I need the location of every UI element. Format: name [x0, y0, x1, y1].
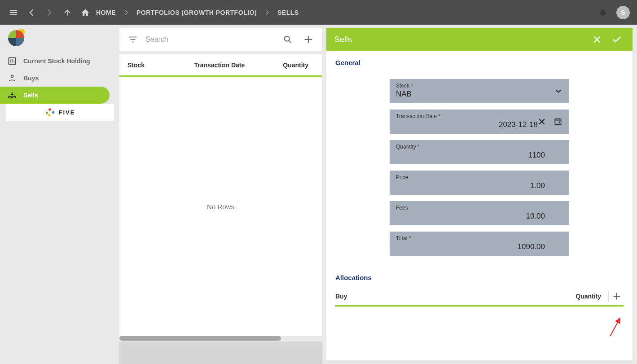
confirm-detail-button[interactable] [609, 32, 624, 47]
sidebar-item-label: Sells [23, 92, 38, 99]
column-header-stock[interactable]: Stock [119, 61, 186, 69]
add-allocation-button[interactable] [606, 291, 624, 302]
sidebar: Current Stock Holding Buys Sells [0, 25, 118, 364]
breadcrumb-home[interactable]: HOME [92, 9, 120, 16]
home-icon [81, 8, 90, 17]
table-footer-area [119, 342, 322, 364]
calendar-icon [554, 117, 562, 126]
fees-field[interactable]: Fees 10.00 [390, 201, 569, 225]
filter-icon[interactable] [125, 31, 141, 48]
table-empty-message: No Rows [119, 77, 322, 336]
check-icon [611, 34, 622, 45]
svg-point-5 [285, 36, 290, 41]
field-label: Quantity * [396, 144, 563, 150]
detail-panel-body: General Stock * NAB Transaction Date * 2… [326, 51, 633, 360]
close-icon [537, 117, 546, 126]
chevron-right-icon [122, 9, 130, 17]
hamburger-icon [9, 8, 18, 18]
transaction-date-field[interactable]: Transaction Date * 2023-12-18 [390, 110, 569, 134]
search-input[interactable] [145, 35, 275, 44]
svg-point-3 [9, 96, 12, 98]
alloc-column-quantity[interactable]: Quantity [543, 293, 606, 300]
close-icon [592, 35, 602, 44]
plus-icon [612, 292, 621, 301]
svg-rect-6 [559, 122, 560, 123]
user-avatar[interactable]: S [616, 6, 630, 19]
open-calendar-button[interactable] [552, 116, 564, 127]
field-label: Price [396, 174, 563, 180]
price-field[interactable]: Price 1.00 [390, 171, 569, 195]
nav-back-button[interactable] [22, 4, 40, 22]
hamburger-menu-button[interactable] [4, 4, 22, 22]
column-header-transaction-date[interactable]: Transaction Date [186, 61, 275, 69]
detail-panel-title: Sells [334, 35, 585, 44]
field-label: Fees [396, 205, 563, 211]
quantity-field[interactable]: Quantity * 1100 [390, 140, 569, 164]
section-title-general: General [335, 59, 624, 66]
field-value: 10.00 [396, 212, 563, 221]
plus-icon [303, 35, 313, 44]
nav-up-button[interactable] [58, 4, 76, 22]
close-detail-button[interactable] [589, 32, 605, 47]
nav-forward-button [40, 4, 58, 22]
hand-icon [7, 73, 17, 83]
allocations-header-row: Buy Quantity [335, 287, 624, 307]
total-field[interactable]: Total * 1090.00 [390, 232, 569, 256]
notifications-button[interactable] [594, 4, 612, 22]
sidebar-item-current-stock-holding[interactable]: Current Stock Holding [0, 53, 110, 70]
sidebar-item-sells[interactable]: Sells [0, 87, 110, 104]
stock-select-field[interactable]: Stock * NAB [390, 79, 569, 103]
field-value: 1090.00 [396, 242, 563, 251]
add-record-button[interactable] [300, 31, 316, 48]
horizontal-scrollbar[interactable] [119, 336, 322, 342]
clear-date-button[interactable] [536, 116, 548, 127]
arrow-left-icon [26, 8, 36, 18]
sidebar-item-buys[interactable]: Buys [0, 70, 110, 87]
scrollbar-thumb[interactable] [119, 336, 281, 341]
brand-logo-area [0, 25, 118, 52]
field-label: Stock * [396, 83, 563, 89]
chevron-down-icon[interactable] [554, 87, 563, 96]
bell-icon [598, 8, 607, 17]
table-header-row: Stock Transaction Date Quantity [119, 54, 322, 77]
search-icon [283, 35, 293, 44]
search-button[interactable] [280, 31, 296, 48]
breadcrumb-portfolios[interactable]: PORTFOLIOS (GROWTH PORTFOLIO) [132, 9, 261, 16]
breadcrumb-sells[interactable]: SELLS [273, 9, 303, 16]
coins-icon [7, 90, 17, 100]
app-bar: HOME PORTFOLIOS (GROWTH PORTFOLIO) SELLS… [0, 0, 637, 25]
detail-panel: Sells General Stock * NAB Transaction Da… [326, 28, 633, 360]
svg-point-2 [11, 75, 13, 77]
chevron-right-icon [263, 9, 271, 17]
field-value: NAB [396, 90, 563, 99]
pie-logo-icon [6, 28, 26, 48]
detail-panel-header: Sells [326, 28, 633, 51]
main-layout: Current Stock Holding Buys Sells [0, 25, 637, 364]
alloc-column-buy[interactable]: Buy [335, 293, 543, 300]
arrow-up-icon [63, 8, 72, 17]
sidebar-item-label: Buys [23, 75, 39, 82]
app-logo [6, 28, 26, 48]
arrow-right-icon [44, 8, 54, 18]
center-panel: Stock Transaction Date Quantity No Rows [118, 25, 326, 364]
field-value: 1.00 [396, 181, 563, 190]
sidebar-item-label: Current Stock Holding [23, 57, 90, 65]
footer-brand-text: FIVE [59, 109, 75, 116]
field-label: Total * [396, 235, 563, 241]
footer-brand: FIVE [6, 104, 114, 121]
breadcrumb: HOME PORTFOLIOS (GROWTH PORTFOLIO) SELLS [81, 8, 303, 17]
section-title-allocations: Allocations [335, 274, 624, 281]
list-table: Stock Transaction Date Quantity No Rows [119, 54, 322, 342]
chart-icon [7, 56, 17, 66]
svg-point-4 [13, 96, 16, 98]
field-value: 1100 [396, 151, 563, 160]
column-header-quantity[interactable]: Quantity [275, 61, 322, 69]
five-logo-icon [45, 107, 55, 117]
sidebar-nav: Current Stock Holding Buys Sells [0, 52, 118, 104]
search-bar [119, 28, 322, 51]
